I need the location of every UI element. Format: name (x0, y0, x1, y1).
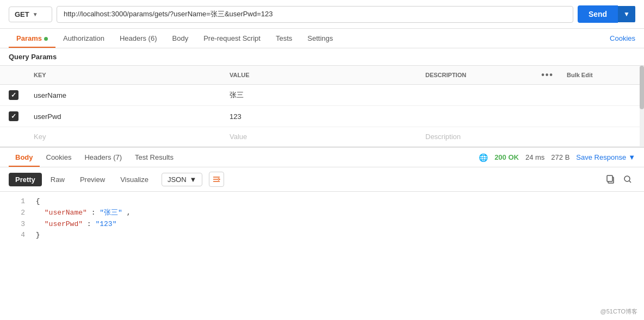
row2-checkbox[interactable] (9, 111, 18, 121)
send-chevron-button[interactable]: ▼ (618, 6, 635, 22)
placeholder-bulk (560, 127, 644, 147)
request-tabs: Params Authorization Headers (6) Body Pr… (0, 29, 644, 48)
wrap-lines-icon[interactable] (209, 172, 224, 187)
tab-pre-request[interactable]: Pre-request Script (196, 29, 268, 48)
col-header-check (0, 66, 27, 85)
json-close-brace: } (36, 231, 40, 239)
tab-body[interactable]: Body (165, 29, 196, 48)
send-button[interactable]: Send (578, 5, 618, 23)
status-time: 24 ms (525, 153, 544, 161)
row2-checkbox-cell (0, 106, 27, 127)
response-tab-body[interactable]: Body (9, 148, 40, 167)
save-response-chevron-icon: ▼ (628, 153, 635, 161)
query-params-header: Query Params (0, 48, 644, 66)
watermark: @51CTO博客 (600, 308, 637, 316)
params-table: KEY VALUE DESCRIPTION ••• Bulk Edit user… (0, 66, 644, 147)
line-num-4: 4 (9, 230, 25, 241)
method-label: GET (15, 10, 29, 18)
format-tab-pretty[interactable]: Pretty (9, 173, 42, 186)
row1-value[interactable]: 张三 (223, 85, 419, 106)
row2-description[interactable] (419, 106, 535, 127)
table-row-placeholder: Key Value Description (0, 127, 644, 147)
json-line-2: 2 "userName" : "张三" , (9, 208, 635, 219)
table-row: userName 张三 (0, 85, 644, 106)
row2-more (535, 106, 560, 127)
cookies-link[interactable]: Cookies (610, 34, 635, 42)
col-header-key: KEY (27, 66, 223, 85)
response-tab-cookies[interactable]: Cookies (40, 148, 78, 167)
method-chevron-icon: ▼ (33, 11, 38, 17)
method-select[interactable]: GET ▼ (9, 7, 52, 22)
json-line-4: 4 } (9, 230, 635, 241)
row1-checkbox[interactable] (9, 90, 18, 100)
col-header-description: DESCRIPTION (419, 66, 535, 85)
response-status-area: 🌐 200 OK 24 ms 272 B Save Response ▼ (479, 153, 635, 162)
svg-line-6 (629, 181, 631, 183)
format-tab-raw[interactable]: Raw (44, 173, 71, 186)
params-scrollbar-track (640, 66, 644, 147)
col-header-value: VALUE (223, 66, 419, 85)
json-val-username: "张三" (100, 209, 122, 217)
json-open-brace: { (36, 197, 40, 205)
format-select-chevron-icon: ▼ (190, 175, 197, 184)
response-tab-test-results[interactable]: Test Results (128, 148, 180, 167)
save-response-button[interactable]: Save Response ▼ (576, 153, 635, 161)
row2-key[interactable]: userPwd (27, 106, 223, 127)
json-line-1: 1 { (9, 196, 635, 208)
tab-params[interactable]: Params (9, 29, 55, 48)
svg-point-5 (624, 176, 630, 181)
status-code: 200 OK (494, 153, 519, 161)
tab-authorization[interactable]: Authorization (55, 29, 112, 48)
params-scrollbar-thumb[interactable] (640, 66, 644, 109)
line-num-1: 1 (9, 196, 25, 208)
col-header-more: ••• (535, 66, 560, 85)
url-input[interactable] (57, 6, 573, 23)
response-tabs: Body Cookies Headers (7) Test Results 🌐 … (0, 147, 644, 167)
status-size: 272 B (551, 153, 569, 161)
format-tab-visualize[interactable]: Visualize (114, 173, 155, 186)
globe-icon: 🌐 (479, 153, 488, 162)
format-bar: Pretty Raw Preview Visualize JSON ▼ (0, 167, 644, 192)
placeholder-key[interactable]: Key (27, 127, 223, 147)
row1-key[interactable]: userName (27, 85, 223, 106)
col-header-bulk-edit[interactable]: Bulk Edit (560, 66, 644, 85)
json-val-userpwd: "123" (95, 220, 116, 228)
params-table-wrapper: KEY VALUE DESCRIPTION ••• Bulk Edit user… (0, 66, 644, 147)
placeholder-check (0, 127, 27, 147)
tab-headers[interactable]: Headers (6) (112, 29, 165, 48)
svg-rect-4 (607, 175, 612, 181)
placeholder-more (535, 127, 560, 147)
url-bar: GET ▼ Send ▼ (0, 0, 644, 29)
format-select[interactable]: JSON ▼ (162, 173, 203, 186)
row2-value[interactable]: 123 (223, 106, 419, 127)
row1-checkbox-cell (0, 85, 27, 106)
send-button-group: Send ▼ (578, 5, 635, 23)
placeholder-description[interactable]: Description (419, 127, 535, 147)
response-tab-headers[interactable]: Headers (7) (78, 148, 128, 167)
tab-tests[interactable]: Tests (268, 29, 300, 48)
row1-description[interactable] (419, 85, 535, 106)
table-row: userPwd 123 (0, 106, 644, 127)
json-key-userpwd: "userPwd" (45, 220, 83, 228)
json-response-area: 1 { 2 "userName" : "张三" , 3 "userPwd" : … (0, 192, 644, 246)
params-dot (44, 37, 48, 41)
row2-bulk (560, 106, 644, 127)
json-line-3: 3 "userPwd" : "123" (9, 219, 635, 230)
row1-more (535, 85, 560, 106)
more-options-icon[interactable]: ••• (541, 70, 554, 79)
copy-icon[interactable] (603, 172, 618, 187)
row1-bulk (560, 85, 644, 106)
search-icon[interactable] (620, 172, 635, 187)
line-num-3: 3 (9, 219, 25, 230)
line-num-2: 2 (9, 208, 25, 219)
placeholder-value[interactable]: Value (223, 127, 419, 147)
json-key-username: "userName" (45, 209, 87, 217)
format-tab-preview[interactable]: Preview (73, 173, 112, 186)
tab-settings[interactable]: Settings (300, 29, 340, 48)
